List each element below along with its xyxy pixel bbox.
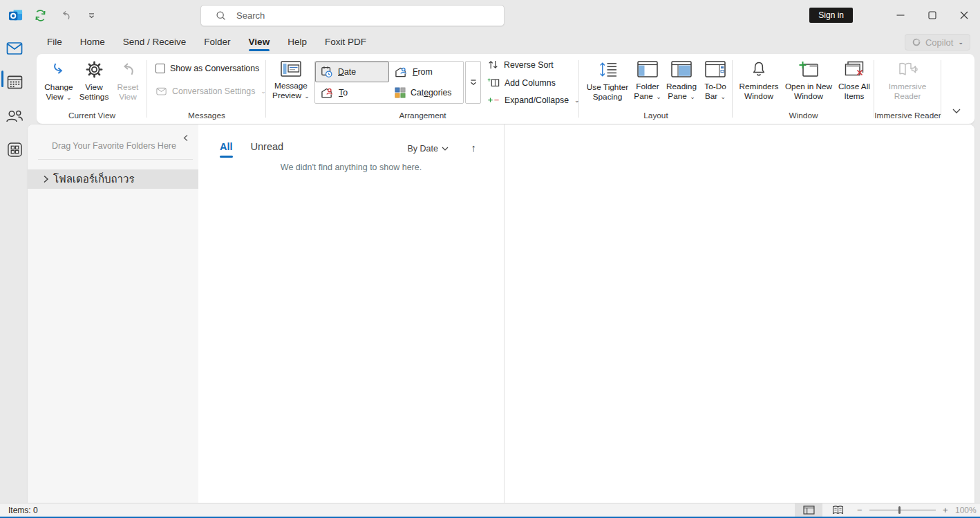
folder-pane: Drag Your Favorite Folders Here โฟลเดอร์… — [28, 124, 198, 503]
group-label-arrangement: Arrangement — [266, 111, 579, 120]
arrange-by-date[interactable]: Date — [315, 62, 389, 82]
collapse-ribbon-button[interactable] — [947, 103, 966, 118]
app-frame-right-margin — [974, 30, 980, 503]
chevron-down-icon — [442, 147, 449, 151]
copilot-icon — [912, 37, 921, 47]
nav-apps-button[interactable] — [5, 140, 24, 159]
message-preview-button[interactable]: Message Preview ⌄ — [270, 54, 312, 104]
reading-view-button[interactable] — [824, 503, 851, 517]
zoom-out-button[interactable]: − — [857, 505, 863, 515]
tab-help[interactable]: Help — [279, 32, 316, 53]
reset-view-button[interactable]: Reset View — [111, 54, 144, 104]
status-bar: Items: 0 − + 100% — [0, 503, 980, 517]
add-columns-button[interactable]: Add Columns — [487, 77, 580, 88]
tab-view[interactable]: View — [240, 32, 279, 53]
use-tighter-spacing-button[interactable]: Use Tighter Spacing — [583, 54, 632, 104]
to-icon — [321, 87, 334, 99]
folder-archive-row[interactable]: โฟลเดอร์เก็บถาวร — [28, 169, 198, 189]
reminders-window-button[interactable]: Reminders Window — [735, 54, 782, 104]
ribbon-group-messages: Show as Conversations Conversation Setti… — [147, 54, 266, 124]
from-icon — [395, 66, 408, 78]
favorites-drop-hint: Drag Your Favorite Folders Here — [52, 141, 176, 151]
search-input[interactable] — [236, 10, 485, 21]
expand-collapse-button[interactable]: Expand/Collapse ⌄ — [487, 95, 580, 105]
gallery-more-button[interactable] — [465, 61, 481, 104]
search-icon — [215, 10, 227, 21]
reading-pane-icon — [671, 60, 692, 78]
filter-tab-all[interactable]: All — [220, 141, 233, 158]
tighter-spacing-icon — [598, 60, 618, 79]
conversation-settings-icon — [156, 86, 167, 96]
reading-view-icon — [832, 506, 844, 515]
quick-access-toolbar — [8, 7, 100, 24]
arrange-by-to[interactable]: To — [315, 82, 389, 103]
expand-chevron-icon[interactable] — [43, 175, 49, 183]
message-preview-icon — [281, 60, 301, 77]
show-as-conversations-checkbox-row[interactable]: Show as Conversations — [156, 64, 259, 73]
date-label: Date — [338, 67, 356, 77]
chevron-down-icon: ⌄ — [690, 93, 695, 100]
tab-send-receive[interactable]: Send / Receive — [114, 32, 196, 53]
ribbon-group-arrangement: Message Preview ⌄ Date From — [266, 54, 579, 124]
close-button[interactable] — [948, 0, 980, 30]
close-all-items-button[interactable]: Close All Items — [835, 54, 874, 104]
change-view-button[interactable]: Change View ⌄ — [41, 54, 77, 104]
group-label-window: Window — [733, 111, 874, 120]
search-bar[interactable] — [200, 5, 505, 26]
nav-mail-button[interactable] — [5, 39, 24, 58]
empty-list-message: We didn't find anything to show here. — [198, 163, 504, 172]
reading-pane — [505, 124, 974, 503]
customize-quick-access-icon[interactable] — [83, 7, 100, 24]
reverse-sort-button[interactable]: Reverse Sort — [487, 59, 580, 70]
reading-pane-button[interactable]: Reading Pane ⌄ — [663, 54, 699, 104]
to-label: To — [339, 88, 348, 98]
use-tighter-spacing-label: Use Tighter Spacing — [583, 82, 632, 102]
tab-file[interactable]: File — [38, 32, 71, 53]
open-in-new-window-button[interactable]: Open in New Window — [782, 54, 835, 104]
todo-bar-button[interactable]: To-Do Bar ⌄ — [699, 54, 731, 104]
zoom-level[interactable]: 100% — [955, 506, 977, 515]
tab-home[interactable]: Home — [71, 32, 114, 53]
sort-direction-button[interactable]: ↑ — [471, 142, 477, 154]
close-all-items-label: Close All Items — [835, 82, 874, 101]
copilot-button[interactable]: Copilot ⌄ — [905, 34, 970, 50]
checkbox[interactable] — [156, 64, 165, 73]
bell-icon — [750, 60, 768, 78]
ribbon: Change View ⌄ View Settings Reset View C… — [37, 54, 974, 124]
minimize-button[interactable] — [885, 0, 916, 30]
filter-tab-unread[interactable]: Unread — [251, 141, 284, 158]
zoom-slider-track[interactable] — [869, 510, 936, 510]
tab-foxit-pdf[interactable]: Foxit PDF — [316, 32, 375, 53]
collapse-folder-pane-button[interactable] — [179, 131, 191, 144]
maximize-button[interactable] — [916, 0, 948, 30]
send-receive-refresh-button[interactable] — [32, 7, 48, 24]
todo-bar-icon — [705, 60, 726, 78]
view-settings-label: View Settings — [77, 82, 111, 102]
ribbon-group-current-view: Change View ⌄ View Settings Reset View C… — [37, 54, 147, 124]
expand-collapse-icon — [487, 96, 500, 105]
normal-view-button[interactable] — [795, 503, 822, 517]
undo-button[interactable] — [57, 7, 74, 24]
chevron-down-icon: ⌄ — [304, 93, 310, 100]
immersive-reader-button[interactable]: Immersive Reader — [885, 54, 930, 104]
folder-pane-button[interactable]: Folder Pane ⌄ — [632, 54, 663, 104]
nav-calendar-button[interactable] — [5, 72, 24, 91]
date-icon — [321, 66, 333, 78]
conversation-settings-button[interactable]: Conversation Settings ⌄ — [156, 86, 266, 96]
sign-in-button[interactable]: Sign in — [809, 8, 853, 23]
change-view-icon — [50, 60, 68, 79]
active-module-indicator — [1, 71, 3, 87]
message-preview-label: Message Preview — [272, 81, 308, 100]
nav-people-button[interactable] — [5, 107, 24, 126]
zoom-in-button[interactable]: + — [943, 505, 948, 515]
sort-by-dropdown[interactable]: By Date — [408, 144, 449, 154]
view-settings-button[interactable]: View Settings — [77, 54, 111, 104]
message-list-filter-tabs: All Unread — [220, 141, 283, 158]
zoom-slider-thumb[interactable] — [898, 506, 901, 514]
divider — [38, 159, 193, 160]
tab-folder[interactable]: Folder — [195, 32, 239, 53]
apps-grid-icon — [7, 142, 23, 158]
arrange-by-categories[interactable]: Categories — [389, 82, 463, 103]
arrange-by-from[interactable]: From — [389, 62, 463, 82]
gear-icon — [85, 60, 104, 79]
